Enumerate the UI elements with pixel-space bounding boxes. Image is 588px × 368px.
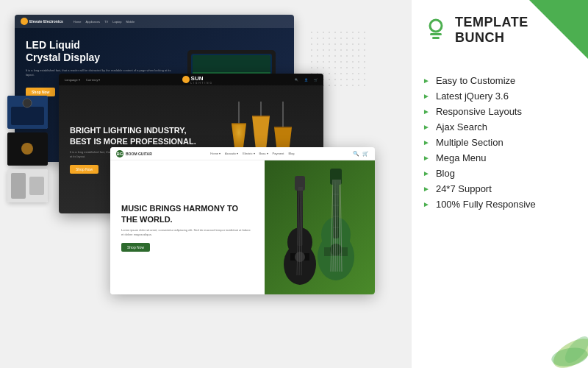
t2-logo: SUN LIGHTING [182,75,213,85]
t2-logo-text: SUN [191,75,213,82]
feature-item: ► Responsive Layouts [423,106,573,117]
t1-cta[interactable]: Shop Now [26,88,55,96]
t2-sun-icon [182,76,190,83]
t2-logo-sub: LIGHTING [191,82,213,85]
feature-label: Multiple Section [436,137,503,148]
t3-body: Lorem ipsum dolor sit amet, consectetur … [121,228,254,237]
corner-decoration [529,0,588,59]
t3-brand: BOOM GUITAR [126,152,152,156]
feature-arrow: ► [423,200,430,208]
t3-heading: MUSIC BRINGS HARMONY TO THE WORLD. [121,203,254,224]
svg-rect-53 [11,107,44,125]
svg-point-60 [430,20,442,32]
feature-label: 24*7 Support [436,183,492,194]
t3-image [265,160,375,294]
thumb-3[interactable] [7,169,48,202]
t3-text: MUSIC BRINGS HARMONY TO THE WORLD. Lorem… [110,160,265,294]
t1-heading: LED Liquid Crystal Display [26,39,173,64]
feature-label: Mega Menu [436,152,487,163]
t1-logo: Elevate Electronics [21,18,63,25]
feature-arrow: ► [423,123,430,131]
feature-arrow: ► [423,154,430,162]
svg-point-54 [23,99,32,107]
svg-rect-61 [430,33,442,35]
feature-item: ► Easy to Customize [423,75,573,86]
t2-nav-left: Language ▾ Currency ▾ [65,78,100,82]
right-panel: TEMPLATE BUNCH ► Easy to Customize ► Lat… [412,0,588,368]
feature-item: ► Mega Menu [423,152,573,163]
feature-item: ► Ajax Search [423,121,573,132]
svg-marker-21 [252,116,270,149]
feature-arrow: ► [423,77,430,85]
left-panel: Elevate Electronics Home Appliances TV L… [0,0,412,368]
feature-label: 100% Fully Responsive [436,199,536,210]
feature-item: ► 24*7 Support [423,183,573,194]
feature-label: Ajax Search [436,121,487,132]
svg-rect-62 [432,37,440,39]
svg-point-41 [330,244,342,255]
t1-logo-icon [21,18,28,25]
svg-rect-31 [295,176,305,191]
t1-nav-links: Home Appliances TV Laptop Mobile [74,20,135,24]
svg-point-32 [295,252,305,262]
feature-arrow: ► [423,92,430,100]
t2-nav-right: 🔍 👤 🛒 [295,78,318,82]
feature-label: Blog [436,168,455,179]
feature-item: ► Multiple Section [423,137,573,148]
feature-arrow: ► [423,169,430,177]
feature-label: Latest jQuery 3.6 [436,91,509,102]
t3-nav-links: Home ▾ Acoustic ▾ Electric ▾ Bass ▾ Paym… [210,152,294,155]
t1-navbar: Elevate Electronics Home Appliances TV L… [15,15,294,28]
feature-item: ► Blog [423,168,573,179]
t3-logo: BG BOOM GUITAR [116,150,152,158]
features-list: ► Easy to Customize ► Latest jQuery 3.6 … [423,75,573,210]
feature-item: ► Latest jQuery 3.6 [423,91,573,102]
t2-cta[interactable]: Shop Now [70,165,98,174]
leaf-decoration [529,309,588,368]
feature-arrow: ► [423,107,430,116]
feature-label: Responsive Layouts [436,106,522,117]
feature-label: Easy to Customize [436,75,515,86]
t3-content: MUSIC BRINGS HARMONY TO THE WORLD. Lorem… [110,160,375,294]
t3-nav-icons: 🔍 🛒 [353,151,369,157]
svg-rect-58 [11,173,26,199]
t3-cta[interactable]: Shop Now [121,243,150,252]
thumb-2[interactable] [7,132,48,166]
t1-logo-text: Elevate Electronics [29,19,63,24]
template-guitar[interactable]: BG BOOM GUITAR Home ▾ Acoustic ▾ Electri… [110,147,375,294]
t3-navbar: BG BOOM GUITAR Home ▾ Acoustic ▾ Electri… [110,147,375,160]
t2-navbar: Language ▾ Currency ▾ SUN LIGHTING 🔍 👤 🛒 [59,74,323,85]
feature-arrow: ► [423,185,430,193]
feature-item: ► 100% Fully Responsive [423,199,573,210]
t3-logo-circle: BG [116,150,123,158]
svg-rect-59 [29,177,44,195]
t2-heading: BRIGHT LIGHTING INDUSTRY, BEST IS MORE P… [70,125,209,146]
thumb-1[interactable] [7,96,48,129]
brand-logo [423,17,449,43]
side-thumbnails [7,96,51,202]
svg-point-56 [21,143,33,155]
feature-arrow: ► [423,138,430,146]
